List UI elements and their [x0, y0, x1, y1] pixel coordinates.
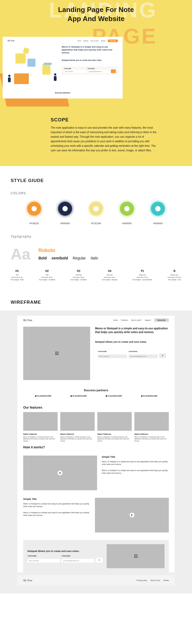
- wf-nav: Home Features How to work? Support Subsc…: [113, 318, 169, 322]
- weight-italic: Italic: [91, 256, 98, 260]
- mock-illustration: [7, 45, 58, 88]
- wf-feature-card: Name featuresMemo or Notepad is a simple…: [60, 412, 95, 442]
- wf-cta-name-label: YOUR NAME: [27, 555, 60, 557]
- weight-semibold: semibold: [51, 256, 68, 260]
- swatch-yellow: [89, 202, 103, 216]
- wf-partner-logo: PLACEHOLDER: [105, 395, 122, 397]
- wf-features-title: Our features: [17, 402, 175, 412]
- wf-partners-title: Success partners: [17, 386, 175, 395]
- wf-nav-features[interactable]: Features: [121, 319, 128, 321]
- wf-how-item-body: Memo or Notepad is a simple and easy-to-…: [102, 460, 169, 466]
- wf-feature-card: Name featuresMemo or Notepad is a simple…: [134, 412, 169, 442]
- swatch-green: [120, 202, 134, 216]
- image-placeholder: [23, 412, 58, 431]
- wf-footer: My Note Privacy policy Terms of use Sitm…: [17, 572, 175, 586]
- image-placeholder: [60, 412, 95, 431]
- weight-bold: Bold: [38, 256, 47, 260]
- mock-nav: Home Features How to work? Support Subsc…: [78, 39, 118, 42]
- wf-cta-name-input[interactable]: [27, 559, 60, 563]
- wireframe-section: My Note Home Features How to work? Suppo…: [0, 310, 192, 594]
- wf-logo: My Note: [23, 319, 32, 322]
- image-placeholder: [97, 412, 132, 431]
- mock-logo: My Note: [7, 39, 15, 42]
- wf-name-label: YOUR NAME: [98, 351, 127, 352]
- typography-title: Typography: [11, 235, 181, 238]
- wf-cta-title: Notepad allows you to create and save no…: [27, 550, 102, 552]
- mock-nav-support[interactable]: Support: [101, 40, 106, 42]
- wf-dropdown-button[interactable]: ▾: [159, 353, 166, 358]
- wf-nav-home[interactable]: Home: [113, 319, 118, 321]
- mock-nav-how[interactable]: How to work?: [91, 40, 99, 42]
- image-placeholder: [134, 412, 169, 431]
- wf-how-item-title: Simple Title: [102, 456, 169, 458]
- colors-title: COLORS: [11, 191, 181, 195]
- hero-section: LANDING PAGE Landing Page For Note App A…: [0, 0, 192, 106]
- wf-nav-support[interactable]: Support: [145, 319, 151, 321]
- wf-footer-logo: My Note: [23, 579, 32, 582]
- wf-subline: Notepad allows you to create and save no…: [95, 340, 169, 344]
- color-swatches: #F39233 #000000 #F1E189 #000000 #000000: [19, 202, 173, 225]
- wf-cta-dropdown-button[interactable]: ▾: [96, 558, 103, 563]
- logo-icon: [105, 395, 107, 397]
- wf-signup-form: YOUR NAME YOUR EMAIL ▾: [95, 349, 169, 361]
- wf-cta-email-label: YOUR EMAIL: [62, 555, 94, 557]
- swatch-navy: [58, 202, 72, 216]
- wf-how-title: How it works?: [17, 442, 175, 452]
- mock-partners-title: Success partners: [7, 92, 118, 94]
- mock-nav-home[interactable]: Home: [78, 40, 81, 42]
- wf-partner-logo: PLACEHOLDER: [35, 395, 51, 397]
- page-title: Landing Page For Note App And Website: [0, 5, 192, 23]
- wf-how-item-body: Memo or Notepad is a simple and easy-to-…: [23, 511, 90, 517]
- wf-nav-how[interactable]: How to work?: [131, 319, 141, 321]
- wf-how-item-title: Simple Title: [23, 498, 90, 500]
- mock-nav-features[interactable]: Features: [83, 40, 89, 42]
- wireframe-heading: WIREFRAME: [0, 289, 192, 310]
- image-placeholder: 🖼: [107, 544, 165, 568]
- wf-cta-email-input[interactable]: [62, 559, 94, 563]
- play-icon: [58, 471, 62, 475]
- scope-title: SCOPE: [51, 117, 157, 123]
- wf-partner-logo: PLACEHOLDER: [70, 395, 87, 397]
- wf-how-video[interactable]: [23, 456, 97, 490]
- swatch-teal: [151, 202, 165, 216]
- wf-how-item-body: Memo or Notepad is a simple and easy-to-…: [102, 469, 169, 475]
- swatch-orange: [27, 202, 41, 216]
- wf-feature-card: Name featuresMemo or Notepad is a simple…: [23, 412, 58, 442]
- logo-icon: [70, 395, 72, 397]
- wf-how-item-body: Memo or Notepad is a simple and easy-to-…: [23, 503, 90, 508]
- wf-headline: Memo or Notepad is a simple and easy-to-…: [95, 327, 169, 334]
- wf-subscribe-button[interactable]: Subscribe: [154, 318, 169, 322]
- mock-name-input[interactable]: [64, 70, 86, 73]
- wf-features-grid: Name featuresMemo or Notepad is a simple…: [17, 412, 175, 442]
- mock-submit-button[interactable]: →: [111, 69, 116, 73]
- image-icon: 🖼: [55, 351, 59, 355]
- scope-body: The note application is easy to use and …: [51, 125, 157, 153]
- wf-how-video[interactable]: [95, 498, 169, 532]
- font-name: Roboto: [38, 248, 98, 253]
- wf-email-label: YOUR EMAIL: [129, 351, 158, 352]
- mock-subscribe-button[interactable]: Subscribe: [108, 39, 118, 42]
- mock-signup-form: YOUR NAME YOUR EMAIL →: [62, 66, 118, 75]
- mock-email-label: YOUR EMAIL: [87, 68, 110, 69]
- play-icon: [130, 513, 134, 517]
- wf-name-input[interactable]: [98, 354, 127, 358]
- style-guide-title: STYLE GIUDE: [11, 178, 181, 183]
- wf-footer-privacy[interactable]: Privacy policy: [137, 579, 147, 581]
- typography-sample: Aa: [11, 245, 30, 263]
- logo-icon: [35, 395, 36, 397]
- logo-icon: [141, 395, 142, 397]
- wf-footer-terms[interactable]: Terms of use: [150, 579, 160, 581]
- wf-cta-section: Notepad allows you to create and save no…: [23, 540, 169, 572]
- image-icon: 🖼: [134, 554, 138, 558]
- scope-section: SCOPE The note application is easy to us…: [0, 106, 192, 166]
- wf-email-input[interactable]: [129, 354, 158, 358]
- wf-hero-image-placeholder: 🖼: [23, 327, 90, 380]
- mock-subline: Notepad allows you to create and save no…: [62, 59, 118, 62]
- type-specs-table: H1TitelFont-size: 21 pxFont-weight : Bol…: [11, 270, 181, 281]
- wf-footer-sitemap[interactable]: Sitmap: [163, 579, 169, 581]
- weight-regular: Regular: [73, 256, 86, 260]
- mock-email-input[interactable]: [87, 70, 110, 73]
- style-guide-section: STYLE GIUDE COLORS #F39233 #000000 #F1E1…: [0, 166, 192, 289]
- wf-partner-logos: PLACEHOLDER PLACEHOLDER PLACEHOLDER PLAC…: [17, 395, 175, 402]
- mock-headline: Memo or Notepad is a simple and easy-to-…: [62, 45, 118, 54]
